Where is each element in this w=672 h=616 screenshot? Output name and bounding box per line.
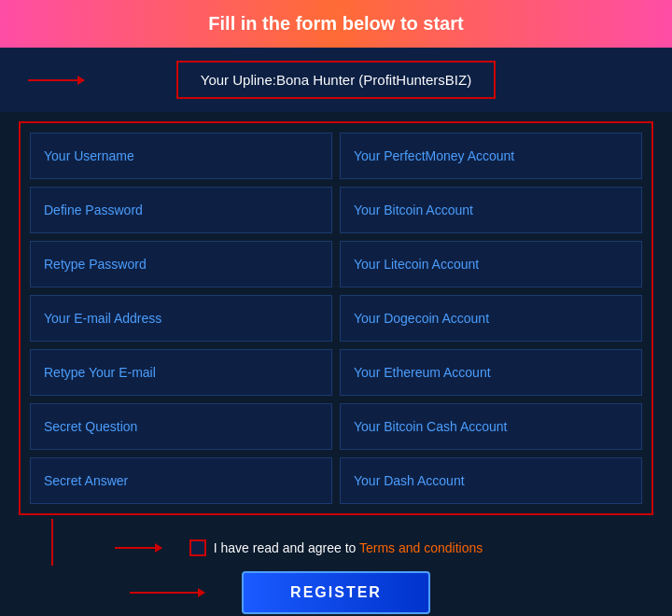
terms-arrow-line: [115, 547, 161, 549]
vertical-line: [51, 519, 53, 566]
terms-checkbox[interactable]: [189, 539, 206, 556]
form-grid: [30, 133, 642, 504]
perfectmoney-input[interactable]: [340, 133, 642, 179]
retype-email-input[interactable]: [30, 349, 332, 396]
upline-bar: Your Upline:Bona Hunter (ProfitHuntersBI…: [0, 48, 672, 112]
secret-question-input[interactable]: [30, 403, 332, 450]
username-input[interactable]: [30, 133, 332, 179]
password-input[interactable]: [30, 187, 332, 233]
upline-text: Your Upline:Bona Hunter (ProfitHuntersBI…: [201, 72, 471, 88]
terms-link[interactable]: Terms and conditions: [359, 540, 483, 555]
form-container: [19, 121, 653, 515]
terms-label: I have read and agree to: [214, 540, 359, 555]
bitcoin-input[interactable]: [340, 187, 642, 233]
bitcoin-cash-input[interactable]: [340, 403, 642, 450]
register-button[interactable]: REGISTER: [242, 571, 430, 614]
terms-arrow-container: [115, 547, 161, 549]
ethereum-input[interactable]: [340, 349, 642, 396]
header-banner: Fill in the form below to start: [0, 0, 672, 48]
bottom-section: I have read and agree to Terms and condi…: [19, 525, 653, 616]
retype-password-input[interactable]: [30, 241, 332, 287]
dogecoin-input[interactable]: [340, 295, 642, 342]
litecoin-input[interactable]: [340, 241, 642, 287]
upline-box: Your Upline:Bona Hunter (ProfitHuntersBI…: [176, 61, 496, 99]
email-input[interactable]: [30, 295, 332, 342]
terms-row: I have read and agree to Terms and condi…: [189, 539, 483, 556]
arrow-line: [28, 79, 84, 81]
upline-arrow: [28, 79, 84, 81]
register-arrow-line: [130, 592, 204, 594]
dash-input[interactable]: [340, 457, 642, 504]
banner-text: Fill in the form below to start: [208, 13, 463, 34]
secret-answer-input[interactable]: [30, 457, 332, 504]
register-row: REGISTER: [242, 571, 430, 614]
terms-text: I have read and agree to Terms and condi…: [214, 540, 483, 555]
register-arrow-container: [130, 592, 204, 594]
